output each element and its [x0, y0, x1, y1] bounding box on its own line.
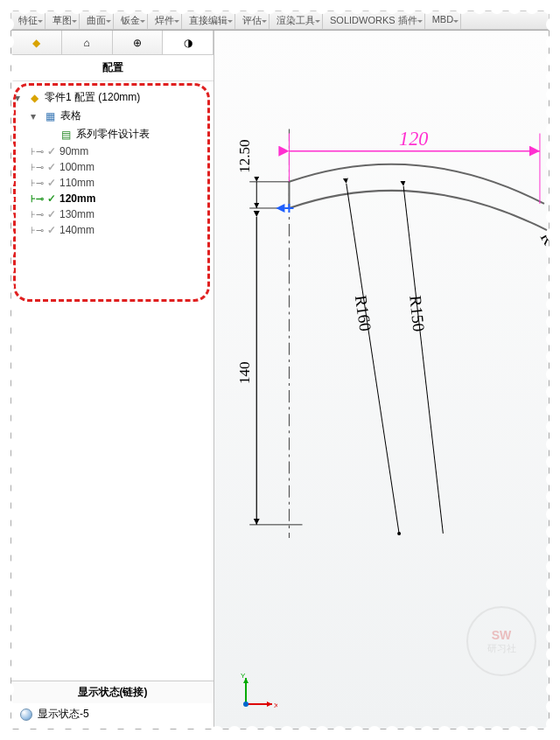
svg-marker-14 — [267, 702, 272, 707]
design-table-icon: ▤ — [59, 128, 73, 142]
active-check-icon: ✓ — [47, 192, 56, 205]
tree-tables[interactable]: ▾ ▦ 表格 — [31, 107, 210, 125]
inactive-check-icon: ✓ — [47, 145, 56, 157]
ribbon-tab[interactable]: 渲染工具 — [270, 11, 323, 29]
ribbon-tab[interactable]: 曲面 — [80, 11, 114, 29]
part-icon: ◆ — [27, 91, 41, 105]
property-icon: ⌂ — [80, 36, 94, 50]
ribbon-tab[interactable]: SOLIDWORKS 插件 — [323, 11, 425, 29]
ribbon-tab[interactable]: 钣金 — [114, 11, 148, 29]
cube-icon: ◆ — [29, 36, 43, 50]
design-table-label: 系列零件设计表 — [76, 127, 150, 142]
config-item-active[interactable]: ⊦⊸✓120mm — [31, 191, 210, 206]
dimension-12: 12.50 — [236, 139, 253, 172]
pie-icon: ◑ — [181, 36, 195, 50]
svg-text:Y: Y — [241, 673, 246, 680]
ribbon-tab[interactable]: 焊件 — [148, 11, 182, 29]
svg-line-2 — [346, 184, 399, 534]
inactive-check-icon: ✓ — [47, 161, 56, 173]
config-tree: ▾ ◆ 零件1 配置 (120mm) ▾ ▦ 表格 ▤ 系列零件设计表 — [11, 81, 214, 681]
graphics-viewport[interactable]: 120 12.50 140 R160 R150 R — [214, 31, 549, 729]
dimension-top: 120 — [399, 128, 428, 150]
config-item[interactable]: ⊦⊸✓130mm — [31, 206, 210, 222]
panel-tab-display[interactable]: ⊕ — [113, 31, 164, 54]
svg-point-4 — [397, 532, 401, 535]
ribbon-tabs: 特征 草图 曲面 钣金 焊件 直接编辑 评估 渲染工具 SOLIDWORKS 插… — [10, 10, 550, 30]
watermark: SW 研习社 — [466, 606, 536, 676]
config-item[interactable]: ⊦⊸✓110mm — [31, 175, 210, 191]
display-state-header: 显示状态(链接) — [11, 681, 214, 703]
configuration-panel: ◆ ⌂ ⊕ ◑ 配置 ▾ ◆ 零件1 配置 (120mm) ▾ ▦ 表格 — [11, 31, 214, 729]
ribbon-tab[interactable]: 特征 — [11, 11, 46, 29]
main-area: ◆ ⌂ ⊕ ◑ 配置 ▾ ◆ 零件1 配置 (120mm) ▾ ▦ 表格 — [10, 30, 550, 730]
tree-root-label: 零件1 配置 (120mm) — [45, 90, 140, 105]
config-item[interactable]: ⊦⊸✓140mm — [31, 222, 210, 238]
tree-root[interactable]: ▾ ◆ 零件1 配置 (120mm) — [15, 88, 210, 107]
dimension-140: 140 — [236, 361, 253, 384]
panel-tab-config[interactable]: ◑ — [163, 31, 214, 54]
svg-point-17 — [243, 702, 248, 707]
config-mark-icon: ⊦⊸ — [31, 178, 44, 189]
inactive-check-icon: ✓ — [47, 208, 56, 220]
ribbon-tab[interactable]: MBD — [425, 11, 461, 29]
ribbon-tab[interactable]: 直接编辑 — [182, 11, 235, 29]
dimension-r150: R150 — [406, 295, 428, 332]
svg-line-3 — [403, 186, 443, 534]
display-state-label: 显示状态-5 — [38, 707, 89, 722]
panel-tab-property[interactable]: ⌂ — [62, 31, 113, 54]
target-icon: ⊕ — [130, 36, 144, 50]
dimension-r-partial: R — [536, 229, 549, 248]
panel-tab-strip: ◆ ⌂ ⊕ ◑ — [11, 31, 214, 55]
panel-tab-feature[interactable]: ◆ — [11, 31, 62, 54]
dimension-r160: R160 — [352, 294, 375, 332]
panel-title: 配置 — [11, 55, 214, 81]
inactive-check-icon: ✓ — [47, 224, 56, 236]
display-state-item[interactable]: 显示状态-5 — [11, 703, 214, 729]
config-item[interactable]: ⊦⊸✓100mm — [31, 159, 210, 175]
svg-text:X: X — [274, 702, 277, 709]
collapse-icon[interactable]: ▾ — [15, 92, 24, 104]
config-mark-icon: ⊦⊸ — [31, 209, 44, 220]
config-mark-icon: ⊦⊸ — [31, 225, 44, 236]
tree-design-table[interactable]: ▤ 系列零件设计表 — [46, 125, 210, 143]
tables-icon: ▦ — [43, 109, 57, 123]
config-mark-icon: ⊦⊸ — [31, 162, 44, 173]
ribbon-tab[interactable]: 评估 — [235, 11, 270, 29]
view-triad[interactable]: X Y — [239, 673, 277, 711]
config-item[interactable]: ⊦⊸✓90mm — [31, 143, 210, 159]
collapse-icon[interactable]: ▾ — [31, 110, 39, 122]
config-mark-icon: ⊦⊸ — [31, 146, 44, 157]
inactive-check-icon: ✓ — [47, 177, 56, 189]
config-mark-icon: ⊦⊸ — [31, 193, 44, 205]
ribbon-tab[interactable]: 草图 — [46, 11, 80, 29]
tree-tables-label: 表格 — [60, 108, 81, 123]
appearance-icon — [20, 709, 32, 721]
